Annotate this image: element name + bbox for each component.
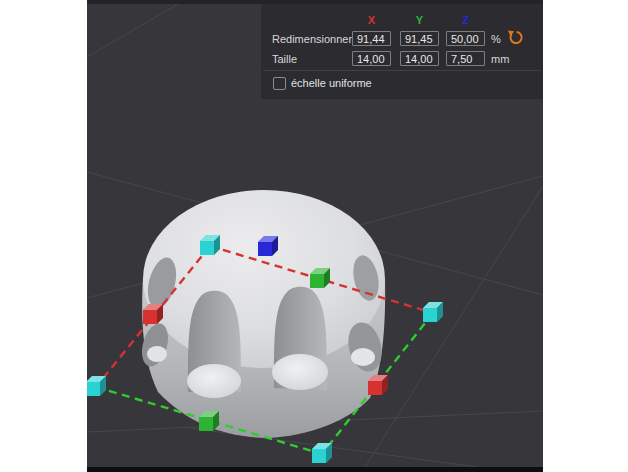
uniform-scale-label[interactable]: échelle uniforme [291,77,372,89]
scale-x-input[interactable] [352,31,391,46]
uniform-scale-checkbox[interactable] [273,77,286,90]
panel-divider [263,70,541,71]
axis-label-y: Y [400,14,439,26]
knob-model[interactable] [137,190,386,438]
size-row: Taille mm [261,51,543,66]
x-scale-handle-left[interactable] [143,304,163,324]
scale-panel: X Y Z Redimensionner % Taille mm échelle… [261,4,543,99]
scale-row-label: Redimensionner [272,33,352,45]
axis-header-row: X Y Z [261,14,543,27]
y-scale-handle-left[interactable] [199,411,219,431]
scale-y-input[interactable] [400,31,439,46]
size-unit-label: mm [491,53,509,65]
scale-unit-label: % [491,33,501,45]
axis-label-z: Z [446,14,485,26]
x-scale-handle-right[interactable] [368,375,388,395]
corner-scale-handle-front[interactable] [312,443,332,463]
size-y-input[interactable] [400,51,439,66]
z-scale-handle[interactable] [258,236,278,256]
scale-z-input[interactable] [446,31,485,46]
y-scale-handle-right[interactable] [310,268,330,288]
size-z-input[interactable] [446,51,485,66]
viewport-bottom-edge [87,467,543,472]
size-row-label: Taille [272,53,297,65]
axis-label-x: X [352,14,391,26]
scale-row: Redimensionner % [261,31,543,46]
reset-scale-button[interactable] [507,30,524,47]
corner-scale-handle-back[interactable] [200,235,220,255]
uniform-scale-row: échelle uniforme [273,76,372,90]
size-x-input[interactable] [352,51,391,66]
corner-scale-handle-left[interactable] [87,376,106,396]
corner-scale-handle-right[interactable] [423,302,443,322]
undo-reset-icon [507,30,524,47]
